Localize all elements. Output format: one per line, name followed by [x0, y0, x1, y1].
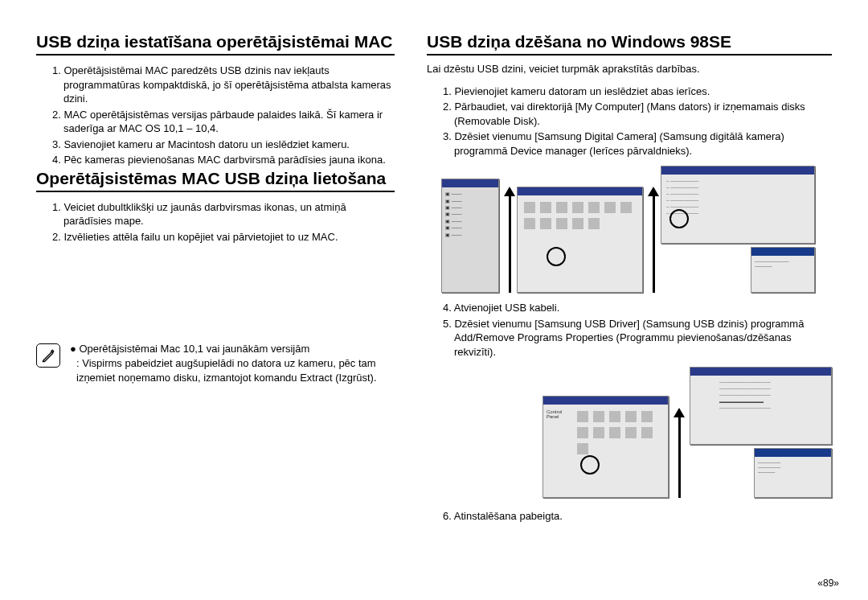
manual-page: USB dziņa iestatīšana operētājsistēmai M… — [0, 0, 868, 600]
step: 4. Pēc kameras pievienošanas MAC darbvir… — [52, 153, 395, 167]
step: 2. Pārbaudiet, vai direktorijā [My Compu… — [443, 100, 832, 128]
intro-text: Lai dzēstu USB dzini, veiciet turpmāk ap… — [427, 62, 832, 76]
note-bullet: ● Operētājsistēmai Mac 10,1 vai jaunākām… — [70, 342, 395, 356]
arrow-up-icon — [648, 187, 659, 293]
win98-steps-top: 1. Pievienojiet kameru datoram un ieslēd… — [427, 84, 832, 160]
page-number: «89» — [817, 577, 839, 589]
step: 1. Pievienojiet kameru datoram un ieslēd… — [443, 84, 832, 99]
note-icon — [36, 343, 60, 368]
screenshot-uninstall-dialog: ────────────────────── — [754, 448, 832, 498]
right-column: USB dziņa dzēšana no Windows 98SE Lai dz… — [427, 32, 832, 584]
heading-mac-usage: Operētājsistēmas MAC USB dziņa lietošana — [36, 169, 395, 192]
step: 5. Dzēsiet vienumu [Samsung USB Driver] … — [443, 317, 832, 360]
mac-usage-steps: 1. Veiciet dubultklikšķi uz jaunās darbv… — [36, 200, 395, 246]
screenshot-row-1: ▣ ───▣ ───▣ ───▣ ───▣ ───▣ ───▣ ─── ─ — [441, 166, 832, 293]
step: 6. Atinstalēšana pabeigta. — [443, 509, 832, 524]
screenshot-row-2: ControlPanel ───────────────────────────… — [441, 367, 832, 498]
screenshot-add-remove: ────────────────────────────────────────… — [690, 367, 832, 445]
screenshot-my-computer — [517, 187, 643, 293]
note-block: ● Operētājsistēmai Mac 10,1 vai jaunākām… — [36, 342, 395, 384]
left-column: USB dziņa iestatīšana operētājsistēmai M… — [36, 32, 395, 584]
heading-mac-setup: USB dziņa iestatīšana operētājsistēmai M… — [36, 32, 395, 55]
step: 1. Veiciet dubultklikšķi uz jaunās darbv… — [52, 200, 395, 228]
screenshot-control-panel: ControlPanel — [542, 396, 669, 498]
step: 1. Operētājsistēmai MAC paredzēts USB dz… — [52, 64, 395, 106]
step: 2. MAC operētājsistēmas versijas pārbaud… — [52, 108, 395, 136]
mac-setup-steps: 1. Operētājsistēmai MAC paredzēts USB dz… — [36, 64, 395, 169]
screenshot-device-manager: ─ ─────────── ─────────── ─────────── ──… — [661, 166, 815, 244]
screenshot-explorer-tree: ▣ ───▣ ───▣ ───▣ ───▣ ───▣ ───▣ ─── — [441, 179, 499, 293]
step: 3. Dzēsiet vienumu [Samsung Digital Came… — [443, 129, 832, 158]
heading-win98-uninstall: USB dziņa dzēšana no Windows 98SE — [427, 32, 832, 55]
note-detail: : Vispirms pabeidziet augšupielādi no da… — [70, 356, 395, 384]
win98-steps-mid: 4. Atvienojiet USB kabeli. 5. Dzēsiet vi… — [427, 301, 832, 360]
note-text: ● Operētājsistēmai Mac 10,1 vai jaunākām… — [70, 342, 395, 384]
step: 3. Savienojiet kameru ar Macintosh dator… — [52, 138, 395, 152]
arrow-up-icon — [504, 187, 515, 293]
screenshot-confirm-dialog: ────────────────── — [751, 247, 815, 293]
step: 2. Izvēlieties attēla failu un kopējiet … — [52, 230, 395, 245]
win98-steps-end: 6. Atinstalēšana pabeigta. — [427, 509, 832, 525]
arrow-up-icon — [674, 408, 685, 498]
step: 4. Atvienojiet USB kabeli. — [443, 301, 832, 315]
